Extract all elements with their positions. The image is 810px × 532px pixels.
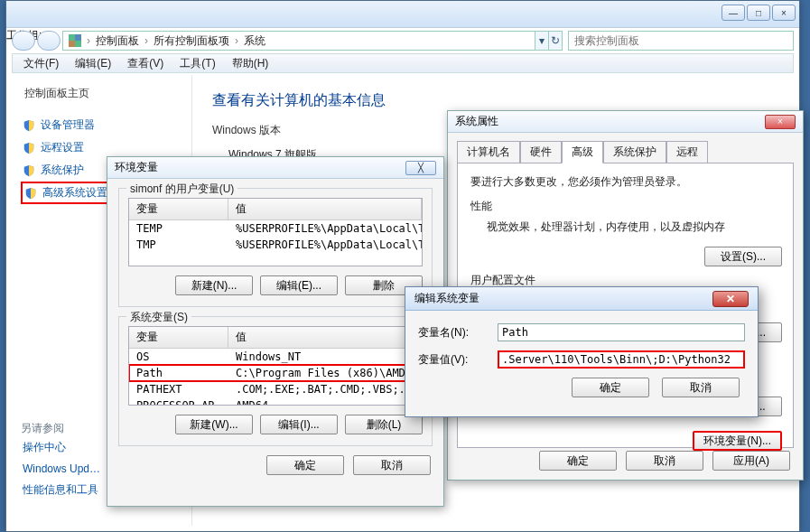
sidebar-item-label: 系统保护 bbox=[41, 163, 84, 178]
tab-remote[interactable]: 远程 bbox=[666, 141, 708, 163]
edit-system-variable-dialog: 编辑系统变量 ✕ 变量名(N): 变量值(V): 确定 取消 bbox=[405, 286, 759, 417]
sidebar-home[interactable]: 控制面板主页 bbox=[24, 86, 182, 101]
menu-help[interactable]: 帮助(H) bbox=[225, 54, 276, 73]
menu-edit[interactable]: 编辑(E) bbox=[68, 54, 118, 73]
breadcrumb[interactable]: › 控制面板 › 所有控制面板项 › 系统 bbox=[62, 31, 535, 51]
environment-variables-button[interactable]: 环境变量(N)... bbox=[693, 431, 782, 451]
tab-advanced[interactable]: 高级 bbox=[562, 141, 603, 163]
control-panel-icon bbox=[69, 34, 81, 47]
performance-label: 性能 bbox=[470, 199, 780, 214]
system-variables-legend: 系统变量(S) bbox=[126, 310, 191, 325]
breadcrumb-sep: › bbox=[235, 34, 238, 47]
table-header: 变量 值 bbox=[129, 327, 422, 349]
breadcrumb-refresh[interactable]: ↻ bbox=[548, 31, 563, 51]
admin-note: 要进行大多数更改，您必须作为管理员登录。 bbox=[470, 174, 780, 190]
dialog-titlebar: 环境变量 ╳ bbox=[107, 157, 443, 179]
dialog-titlebar: 系统属性 × bbox=[448, 111, 803, 133]
cell-var: TMP bbox=[129, 238, 228, 252]
close-button[interactable]: × bbox=[772, 5, 796, 21]
ok-button[interactable]: 确定 bbox=[539, 451, 617, 471]
variable-value-input[interactable] bbox=[498, 350, 745, 369]
col-variable: 变量 bbox=[129, 327, 228, 348]
col-value: 值 bbox=[228, 199, 422, 219]
col-value: 值 bbox=[228, 327, 422, 348]
cell-var: PROCESSOR_AR… bbox=[129, 398, 228, 406]
user-variables-group: simonf 的用户变量(U) 变量 值 TEMP%USERPROFILE%\A… bbox=[118, 188, 433, 307]
dialog-titlebar: 编辑系统变量 ✕ bbox=[405, 287, 758, 311]
page-heading: 查看有关计算机的基本信息 bbox=[212, 91, 774, 110]
table-row-path[interactable]: PathC:\Program Files (x86)\AMD APP\... bbox=[129, 365, 422, 381]
sidebar-link-label: 性能信息和工具 bbox=[23, 482, 98, 498]
cell-val: AMD64 bbox=[228, 398, 422, 406]
svg-rect-2 bbox=[69, 41, 75, 47]
performance-desc: 视觉效果，处理器计划，内存使用，以及虚拟内存 bbox=[487, 219, 780, 235]
edit-user-var-button[interactable]: 编辑(E)... bbox=[260, 275, 338, 295]
dialog-title: 编辑系统变量 bbox=[414, 291, 479, 306]
cell-val: Windows_NT bbox=[228, 350, 422, 364]
user-variables-table[interactable]: 变量 值 TEMP%USERPROFILE%\AppData\Local\Tem… bbox=[128, 198, 423, 266]
sidebar-item-label: 远程设置 bbox=[41, 140, 84, 155]
table-row[interactable]: PATHEXT.COM;.EXE;.BAT;.CMD;.VBS;.VBE;... bbox=[129, 381, 422, 397]
titlebar: — □ × bbox=[6, 1, 799, 28]
cell-var: Path bbox=[129, 366, 228, 380]
sidebar-link-label: Windows Upd… bbox=[23, 462, 100, 475]
cell-val: C:\Program Files (x86)\AMD APP\... bbox=[228, 366, 422, 380]
nav-back-button[interactable] bbox=[12, 31, 35, 51]
cell-var: OS bbox=[129, 350, 228, 364]
variable-name-label: 变量名(N): bbox=[418, 325, 498, 341]
menu-file[interactable]: 文件(F) bbox=[16, 54, 66, 73]
edit-sys-var-button[interactable]: 编辑(I)... bbox=[260, 415, 338, 434]
nav-forward-button[interactable] bbox=[37, 31, 61, 51]
settings-s-button[interactable]: 设置(S)... bbox=[704, 247, 782, 266]
system-variables-group: 系统变量(S) 变量 值 OSWindows_NT PathC:\Program… bbox=[118, 316, 433, 446]
dialog-title: 系统属性 bbox=[455, 114, 498, 129]
menu-view[interactable]: 查看(V) bbox=[120, 54, 171, 73]
delete-sys-var-button[interactable]: 删除(L) bbox=[345, 415, 423, 434]
shield-icon bbox=[24, 187, 37, 200]
ok-button[interactable]: 确定 bbox=[266, 455, 344, 475]
table-row[interactable]: PROCESSOR_AR…AMD64 bbox=[129, 397, 422, 406]
shield-icon bbox=[23, 142, 35, 154]
breadcrumb-seg-1[interactable]: 控制面板 bbox=[96, 33, 139, 49]
cancel-button[interactable]: 取消 bbox=[662, 378, 740, 397]
sidebar-item-label: 高级系统设置 bbox=[42, 185, 107, 201]
table-row[interactable]: TEMP%USERPROFILE%\AppData\Local\Temp bbox=[129, 220, 422, 237]
sidebar-item-label: 设备管理器 bbox=[41, 117, 95, 133]
new-sys-var-button[interactable]: 新建(W)... bbox=[175, 415, 253, 434]
environment-variables-dialog: 环境变量 ╳ simonf 的用户变量(U) 变量 值 TEMP%USERPRO… bbox=[107, 156, 444, 507]
dialog-title: 环境变量 bbox=[115, 160, 158, 175]
menu-tools[interactable]: 工具(T) bbox=[172, 54, 222, 73]
close-button[interactable]: ✕ bbox=[712, 291, 749, 307]
cancel-button[interactable]: 取消 bbox=[353, 455, 431, 475]
tabs: 计算机名 硬件 高级 系统保护 远程 bbox=[457, 140, 794, 163]
tab-system-protection[interactable]: 系统保护 bbox=[603, 141, 666, 163]
cell-val: %USERPROFILE%\AppData\Local\Temp bbox=[228, 221, 422, 236]
new-user-var-button[interactable]: 新建(N)... bbox=[175, 275, 253, 295]
apply-button[interactable]: 应用(A) bbox=[712, 451, 790, 471]
close-button[interactable]: × bbox=[765, 115, 796, 129]
cell-val: .COM;.EXE;.BAT;.CMD;.VBS;.VBE;... bbox=[228, 382, 422, 397]
ok-button[interactable]: 确定 bbox=[572, 378, 649, 397]
breadcrumb-sep: › bbox=[87, 34, 90, 47]
breadcrumb-sep: › bbox=[144, 34, 148, 47]
table-row[interactable]: TMP%USERPROFILE%\AppData\Local\Temp bbox=[129, 237, 422, 253]
table-header: 变量 值 bbox=[129, 199, 422, 220]
tab-computer-name[interactable]: 计算机名 bbox=[457, 141, 520, 163]
system-variables-table[interactable]: 变量 值 OSWindows_NT PathC:\Program Files (… bbox=[128, 326, 423, 406]
breadcrumb-dropdown[interactable]: ▾ bbox=[535, 31, 549, 51]
table-row[interactable]: OSWindows_NT bbox=[129, 349, 422, 365]
shield-icon bbox=[23, 164, 35, 177]
svg-rect-1 bbox=[75, 34, 81, 41]
close-button[interactable]: ╳ bbox=[405, 161, 436, 175]
tab-hardware[interactable]: 硬件 bbox=[520, 141, 562, 163]
breadcrumb-seg-2[interactable]: 所有控制面板项 bbox=[154, 33, 229, 49]
sidebar-link-label: 操作中心 bbox=[23, 440, 66, 455]
sidebar-item-device-manager[interactable]: 设备管理器 bbox=[21, 114, 182, 136]
breadcrumb-seg-3[interactable]: 系统 bbox=[244, 33, 265, 49]
variable-name-input[interactable] bbox=[498, 323, 745, 341]
menubar: 文件(F) 编辑(E) 查看(V) 工具(T) 帮助(H) bbox=[12, 53, 794, 73]
cancel-button[interactable]: 取消 bbox=[626, 451, 703, 471]
maximize-button[interactable]: □ bbox=[747, 5, 770, 21]
minimize-button[interactable]: — bbox=[722, 5, 745, 21]
search-input[interactable] bbox=[568, 31, 794, 51]
